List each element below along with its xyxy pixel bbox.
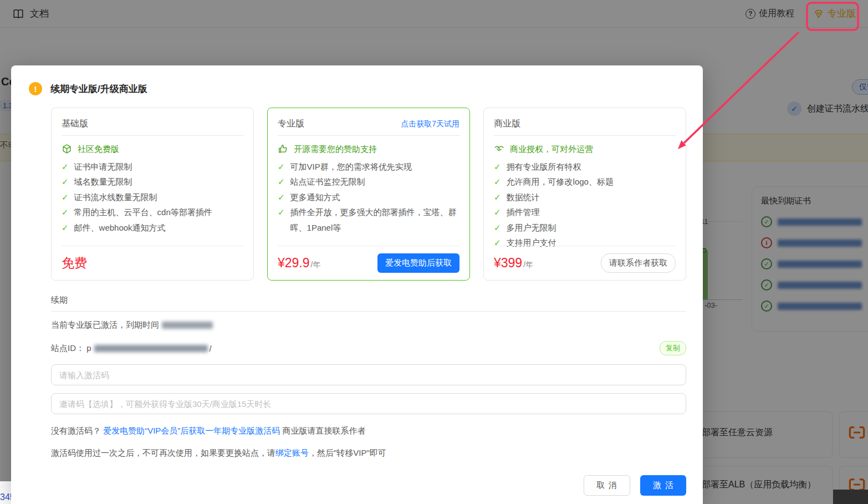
plan-name: 基础版 (62, 118, 88, 130)
site-id-suffix: / (210, 344, 212, 353)
check-icon: ✓ (494, 220, 501, 236)
check-icon: ✓ (62, 205, 69, 220)
check-icon: ✓ (278, 205, 285, 220)
check-icon: ✓ (494, 159, 501, 175)
help-text: 商业版请直接联系作者 (280, 426, 365, 435)
check-icon: ✓ (62, 174, 69, 190)
feature-text: 多用户无限制 (507, 220, 556, 236)
bind-account-link[interactable]: 绑定账号 (275, 448, 309, 457)
corner-fragment: 345 (0, 481, 11, 504)
code-usage-help-line: 激活码使用过一次之后，不可再次使用，如果要更换站点，请绑定账号，然后"转移VIP… (51, 448, 686, 459)
check-icon: ✓ (278, 159, 285, 175)
feature-text: 常用的主机、云平台、cdn等部署插件 (74, 205, 212, 220)
redacted-expiry-date (162, 322, 213, 329)
plan-card-pro: 专业版 点击获取7天试用 开源需要您的赞助支持 (267, 108, 470, 281)
activate-button[interactable]: 激活 (640, 475, 686, 496)
feature-text: 允许商用，可修改logo、标题 (507, 174, 614, 190)
cancel-button[interactable]: 取消 (584, 475, 630, 496)
thumbs-up-icon (278, 144, 288, 159)
check-icon: ✓ (278, 190, 285, 205)
status-text: 当前专业版已激活，到期时间 (51, 320, 159, 330)
help-text: ，然后"转移VIP"即可 (309, 448, 386, 457)
contact-author-button[interactable]: 请联系作者获取 (601, 253, 676, 273)
plan-name: 专业版 (278, 118, 304, 130)
corner-number: 345 (0, 492, 11, 502)
renew-section-title: 续期 (51, 295, 686, 312)
invite-code-input[interactable] (51, 393, 686, 414)
plan-headline: 商业授权，可对外运营 (510, 141, 593, 157)
redacted-site-id (94, 345, 208, 352)
site-id-line: 站点ID： p / 复制 (51, 341, 686, 355)
warning-icon: ! (29, 82, 42, 95)
feature-text: 可加VIP群，您的需求将优先实现 (290, 159, 412, 175)
feature-text: 更多通知方式 (290, 190, 340, 205)
feature-text: 域名数量无限制 (74, 174, 132, 190)
check-icon: ✓ (278, 174, 285, 190)
renew-upgrade-modal: ! 续期专业版/升级商业版 基础版 (11, 65, 703, 504)
activation-code-input[interactable] (51, 364, 686, 385)
plan-price: 免费 (62, 254, 87, 272)
no-code-help-line: 没有激活码？ 爱发电赞助“VIP会员”后获取一年期专业版激活码 商业版请直接联系… (51, 426, 686, 436)
check-icon: ✓ (62, 190, 69, 205)
help-text: 没有激活码？ (51, 426, 103, 435)
feature-text: 站点证书监控无限制 (290, 174, 365, 190)
sponsor-link[interactable]: 爱发电赞助“VIP会员”后获取一年期专业版激活码 (103, 426, 280, 435)
plan-card-basic: 基础版 社区免费版 ✓证书申请无限制 ✓域名数量无限制 (51, 108, 254, 281)
plan-headline: 社区免费版 (78, 141, 119, 157)
site-id-label: 站点ID： p (51, 343, 91, 354)
plan-price: ¥399 (494, 256, 522, 271)
feature-text: 插件管理 (507, 205, 540, 220)
feature-text: 证书申请无限制 (74, 159, 132, 175)
check-icon: ✓ (494, 205, 501, 220)
feature-text: 邮件、webhook通知方式 (74, 220, 166, 236)
handshake-icon (494, 144, 504, 159)
feature-text: 拥有专业版所有特权 (507, 159, 581, 175)
plan-price: ¥29.9 (278, 256, 310, 271)
check-icon: ✓ (62, 220, 69, 236)
feature-text: 数据统计 (507, 190, 540, 205)
feature-text: 证书流水线数量无限制 (74, 190, 157, 205)
copy-button[interactable]: 复制 (660, 341, 686, 355)
feature-text: 插件全开放，更多强大的部署插件，宝塔、群晖、1Panel等 (290, 205, 459, 235)
trial-link[interactable]: 点击获取7天试用 (401, 119, 459, 129)
sponsor-get-button[interactable]: 爱发电赞助后获取 (377, 253, 459, 273)
plan-price-unit: /年 (311, 260, 321, 270)
plan-price-unit: /年 (523, 260, 533, 270)
plan-headline: 开源需要您的赞助支持 (294, 141, 377, 157)
package-cube-icon (62, 144, 72, 159)
help-text: 激活码使用过一次之后，不可再次使用，如果要更换站点，请 (51, 448, 275, 457)
check-icon: ✓ (494, 190, 501, 205)
modal-title: 续期专业版/升级商业版 (50, 83, 147, 95)
app-screen: 文档 ? 使用教程 专业版 Cer 1.3 不明 仅需 ✓ 创建证书流水线 (0, 0, 868, 504)
plan-name: 商业版 (494, 118, 520, 130)
activation-status-line: 当前专业版已激活，到期时间 (51, 320, 686, 330)
plan-cards: 基础版 社区免费版 ✓证书申请无限制 ✓域名数量无限制 (51, 108, 686, 281)
check-icon: ✓ (62, 159, 69, 175)
plan-card-business: 商业版 商业授权，可对外运营 (483, 108, 686, 281)
check-icon: ✓ (494, 174, 501, 190)
